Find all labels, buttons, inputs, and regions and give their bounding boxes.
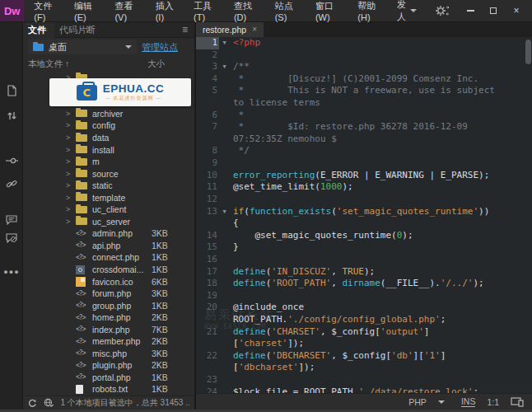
chevron-right-icon[interactable]: > [66, 194, 76, 202]
code-line[interactable]: 19 [196, 290, 532, 302]
refresh-icon[interactable] [28, 399, 37, 408]
comment-off-icon[interactable] [0, 229, 23, 247]
code-line[interactable]: 15} [196, 241, 532, 254]
tree-folder-row[interactable]: >uc_server [23, 216, 194, 228]
more-icon[interactable]: ●●● [0, 263, 23, 281]
tree-file-row[interactable]: <?>member.php2KB [23, 335, 194, 348]
language-selector[interactable]: PHP [404, 396, 450, 408]
column-size[interactable]: 大小 [147, 59, 189, 70]
code-line[interactable]: 14 @set_magic_quotes_runtime(0); [196, 230, 532, 242]
tree-folder-row[interactable]: >config [23, 119, 194, 132]
document-tab[interactable]: restore.php × [196, 22, 264, 37]
code-line[interactable]: 24$lock_file = ROOT_PATH.'./data/restore… [196, 386, 532, 393]
chevron-right-icon[interactable]: > [66, 146, 76, 154]
tree-file-row[interactable]: <?>group.php1KB [23, 299, 194, 311]
tree-folder-row[interactable]: >template [23, 191, 194, 204]
chevron-right-icon[interactable]: > [66, 170, 76, 178]
menu-item[interactable]: 查看(V) [105, 0, 145, 22]
tree-file-row[interactable]: <?>home.php2KB [23, 311, 194, 324]
comment-icon[interactable] [0, 211, 23, 229]
manage-sites-link[interactable]: 管理站点 [142, 41, 178, 54]
code-line[interactable]: 2 [196, 49, 532, 62]
tree-folder-row[interactable]: >install [23, 143, 194, 156]
panel-grip[interactable]: ·· [26, 22, 32, 26]
code-line[interactable]: 11@set_time_limit(1000); [196, 181, 532, 194]
menu-item[interactable]: 插入(I) [146, 0, 184, 22]
tree-file-row[interactable]: <?>api.php1KB [23, 240, 194, 252]
code-line[interactable]: ROOT_PATH.'./config/config_global.php'; [196, 314, 532, 326]
code-line[interactable]: 20@include_once [196, 302, 532, 314]
code-line[interactable]: 21define('CHARSET', $_config['output'] [196, 326, 532, 339]
close-button[interactable]: × [506, 2, 527, 19]
tree-folder-row[interactable]: >source [23, 167, 194, 180]
code-line[interactable]: ['dbcharset']); [196, 362, 532, 374]
code-line[interactable]: 5 * This is NOT a freeware, use is subje… [196, 85, 532, 97]
code-line[interactable]: 12 [196, 194, 532, 206]
chevron-right-icon[interactable]: > [66, 157, 76, 166]
menu-item[interactable]: 查找(D) [224, 0, 265, 22]
chevron-right-icon[interactable]: > [66, 121, 76, 129]
chevron-right-icon[interactable]: > [66, 218, 76, 226]
menu-item[interactable]: 窗口(W) [306, 0, 348, 22]
tree-file-row[interactable]: <?>misc.php3KB [23, 348, 194, 360]
code-line[interactable]: 9 [196, 157, 532, 170]
link-code-icon[interactable] [0, 175, 23, 193]
globe-edit-icon[interactable] [44, 398, 54, 408]
code-view[interactable]: 1▼<?php23▼/**4 * [Discuz!] (C)2001-2099 … [196, 37, 532, 393]
code-line[interactable]: 6 * [196, 110, 532, 122]
code-line[interactable]: 4 * [Discuz!] (C)2001-2099 Comsenz Inc. [196, 73, 532, 86]
code-line[interactable]: to license terms [196, 97, 532, 110]
app-logo[interactable]: Dw [0, 0, 24, 21]
fold-arrow-icon[interactable]: ▼ [219, 206, 230, 218]
column-local-files[interactable]: 本地文件 ↑ [28, 59, 69, 70]
chevron-right-icon[interactable]: > [66, 110, 76, 118]
tab-close-icon[interactable]: × [252, 25, 257, 34]
code-line[interactable]: { [196, 218, 532, 230]
tree-file-row[interactable]: <?>admin.php3KB [23, 227, 194, 240]
tree-file-row[interactable]: <?>portal.php1KB [23, 372, 194, 384]
chevron-right-icon[interactable]: > [66, 133, 76, 142]
site-selector[interactable]: 桌面 [28, 40, 137, 54]
tree-folder-row[interactable]: >archiver [23, 108, 194, 120]
new-file-icon[interactable] [0, 82, 23, 100]
code-line[interactable]: 8 */ [196, 145, 532, 157]
code-line[interactable]: 22define('DBCHARSET', $_config['db']['1'… [196, 350, 532, 363]
tree-folder-row[interactable]: >data [23, 132, 194, 144]
code-line[interactable]: 17define('IN_DISCUZ', TRUE); [196, 266, 532, 279]
code-line[interactable]: 16 [196, 254, 532, 266]
code-line[interactable]: 10error_reporting(E_ERROR | E_WARNING | … [196, 170, 532, 182]
tree-file-row[interactable]: robots.txt1KB [23, 383, 194, 396]
tree-file-row[interactable]: favicon.ico6KB [23, 275, 194, 288]
code-line[interactable]: ['charset']); [196, 338, 532, 350]
tree-file-row[interactable]: <?>plugin.php2KB [23, 359, 194, 372]
tree-folder-row[interactable]: >m [23, 156, 194, 168]
code-line[interactable]: 3▼/** [196, 61, 532, 73]
tree-folder-row[interactable]: >uc_client [23, 204, 194, 216]
code-line[interactable]: 7 * $Id: restore.php 36278 2016-12-09 [196, 121, 532, 133]
tab-snippets[interactable]: 代码片断 [54, 22, 104, 38]
minimize-button[interactable] [460, 2, 481, 19]
code-line[interactable]: 18define('ROOT_PATH', dirname(__FILE__).… [196, 278, 532, 290]
menu-item[interactable]: 编辑(E) [64, 0, 105, 22]
panel-menu-icon[interactable]: ≡ [182, 24, 194, 35]
menu-item[interactable]: 站点(S) [265, 0, 306, 22]
code-line[interactable]: 23 [196, 374, 532, 386]
menu-item[interactable]: 帮助(H) [348, 0, 389, 22]
code-line[interactable]: 1▼<?php [196, 37, 532, 49]
code-line[interactable]: 13▼if(function_exists('set_magic_quotes_… [196, 206, 532, 218]
device-preview-icon[interactable] [511, 397, 524, 407]
tree-file-row[interactable]: <?>forum.php3KB [23, 288, 194, 300]
vertical-scrollbar[interactable] [525, 40, 531, 64]
file-transfer-icon[interactable] [0, 106, 23, 124]
fold-arrow-icon[interactable]: ▼ [219, 37, 230, 49]
tree-folder-row[interactable]: >static [23, 180, 194, 192]
fold-arrow-icon[interactable]: ▼ [219, 61, 230, 73]
tree-file-row[interactable]: <?>index.php7KB [23, 323, 194, 335]
code-line[interactable]: 07:52:35Z nemohou $ [196, 133, 532, 146]
tree-file-row[interactable]: crossdomai...1KB [23, 264, 194, 276]
menu-item[interactable]: 文件(F) [24, 0, 64, 22]
chevron-right-icon[interactable]: > [66, 205, 76, 213]
insert-mode-indicator[interactable]: INS [461, 396, 476, 407]
maximize-button[interactable] [483, 2, 504, 19]
chevron-right-icon[interactable]: > [66, 181, 76, 190]
